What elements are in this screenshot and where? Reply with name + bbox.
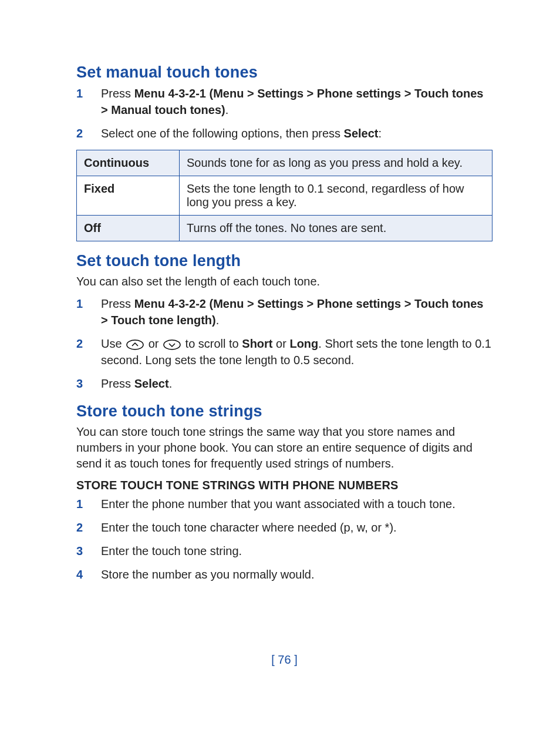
table-row: Off Turns off the tones. No tones are se… bbox=[77, 216, 492, 241]
step-text: to scroll to bbox=[185, 337, 242, 350]
step-bold: Select bbox=[134, 377, 169, 390]
step-number: 4 bbox=[76, 566, 83, 583]
step-number: 3 bbox=[76, 543, 83, 559]
step-item: 2 Use or to scroll to Short or Long. Sho… bbox=[76, 335, 492, 368]
step-text: Enter the touch tone character where nee… bbox=[101, 521, 397, 534]
page: Set manual touch tones 1 Press Menu 4-3-… bbox=[0, 0, 560, 702]
option-desc: Turns off the tones. No tones are sent. bbox=[180, 216, 492, 241]
step-number: 3 bbox=[76, 375, 83, 392]
step-bold: Long bbox=[289, 337, 318, 350]
option-desc: Sounds tone for as long as you press and… bbox=[180, 150, 492, 176]
step-text: or bbox=[273, 337, 290, 350]
step-item: 3 Press Select. bbox=[76, 375, 492, 392]
option-desc: Sets the tone length to 0.1 second, rega… bbox=[180, 176, 492, 216]
step-bold: Menu 4-3-2-2 (Menu > Settings > Phone se… bbox=[101, 297, 483, 327]
heading-store-touch-tone-strings: Store touch tone strings bbox=[76, 402, 492, 421]
step-bold: Select bbox=[344, 127, 379, 140]
option-name: Fixed bbox=[77, 176, 180, 216]
step-number: 2 bbox=[76, 125, 83, 142]
step-text: : bbox=[379, 127, 382, 140]
step-text: Press bbox=[101, 377, 134, 390]
step-bold: Short bbox=[242, 337, 272, 350]
step-number: 2 bbox=[76, 335, 83, 352]
step-item: 1 Press Menu 4-3-2-1 (Menu > Settings > … bbox=[76, 85, 492, 118]
page-number: [ 76 ] bbox=[76, 653, 492, 667]
scroll-up-icon bbox=[126, 339, 144, 350]
step-text: . bbox=[225, 103, 229, 116]
option-name: Continuous bbox=[77, 150, 180, 176]
step-text: Enter the phone number that you want ass… bbox=[101, 497, 456, 510]
step-number: 1 bbox=[76, 496, 83, 512]
scroll-down-icon bbox=[163, 339, 181, 350]
step-item: 3 Enter the touch tone string. bbox=[76, 543, 492, 559]
step-number: 1 bbox=[76, 295, 83, 312]
step-item: 2 Select one of the following options, t… bbox=[76, 125, 492, 142]
step-text: . bbox=[169, 377, 173, 390]
step-bold: Menu 4-3-2-1 (Menu > Settings > Phone se… bbox=[101, 87, 483, 116]
paragraph: You can also set the length of each touc… bbox=[76, 274, 492, 290]
table-row: Continuous Sounds tone for as long as yo… bbox=[77, 150, 492, 176]
step-text: Press bbox=[101, 87, 134, 100]
step-item: 2 Enter the touch tone character where n… bbox=[76, 519, 492, 536]
step-text: . bbox=[216, 314, 220, 327]
step-text: Enter the touch tone string. bbox=[101, 544, 242, 557]
step-number: 2 bbox=[76, 519, 83, 536]
step-item: 4 Store the number as you normally would… bbox=[76, 566, 492, 583]
heading-set-touch-tone-length: Set touch tone length bbox=[76, 252, 492, 270]
step-text: Press bbox=[101, 297, 134, 310]
step-number: 1 bbox=[76, 85, 83, 102]
step-item: 1 Press Menu 4-3-2-2 (Menu > Settings > … bbox=[76, 295, 492, 328]
steps-touch-tone-length: 1 Press Menu 4-3-2-2 (Menu > Settings > … bbox=[76, 295, 492, 392]
table-row: Fixed Sets the tone length to 0.1 second… bbox=[77, 176, 492, 216]
heading-set-manual-touch-tones: Set manual touch tones bbox=[76, 63, 492, 82]
step-text: or bbox=[149, 337, 162, 350]
steps-manual-touch-tones: 1 Press Menu 4-3-2-1 (Menu > Settings > … bbox=[76, 85, 492, 142]
options-table: Continuous Sounds tone for as long as yo… bbox=[76, 150, 492, 241]
subheading: STORE TOUCH TONE STRINGS WITH PHONE NUMB… bbox=[76, 479, 492, 492]
step-text: Store the number as you normally would. bbox=[101, 568, 315, 581]
svg-point-0 bbox=[127, 340, 143, 349]
svg-point-1 bbox=[164, 340, 180, 349]
step-text: Use bbox=[101, 337, 125, 350]
step-text: Select one of the following options, the… bbox=[101, 127, 344, 140]
paragraph: You can store touch tone strings the sam… bbox=[76, 424, 492, 472]
option-name: Off bbox=[77, 216, 180, 241]
step-item: 1 Enter the phone number that you want a… bbox=[76, 496, 492, 512]
steps-store-strings: 1 Enter the phone number that you want a… bbox=[76, 496, 492, 583]
